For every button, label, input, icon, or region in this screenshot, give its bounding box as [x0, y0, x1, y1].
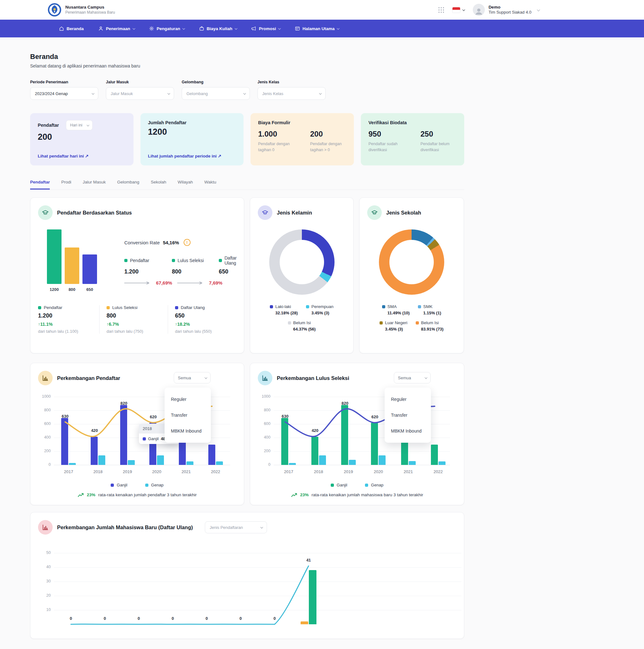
- apps-grid-icon[interactable]: [438, 7, 444, 13]
- legend-dot: [38, 306, 41, 309]
- tab-pendaftar[interactable]: Pendaftar: [30, 180, 50, 189]
- legend-dot: [219, 259, 222, 262]
- user-menu[interactable]: Demo Tim Support Siakad 4.0: [473, 4, 539, 16]
- y-axis-tick: 20: [39, 593, 51, 598]
- summary-change: 11.1%: [38, 322, 99, 327]
- legend-dot: [107, 306, 110, 309]
- menu-item-mbkm-inbound[interactable]: MBKM Inbound: [385, 423, 431, 439]
- legend-dot: [270, 305, 273, 308]
- footer-percent: 23%: [300, 492, 309, 497]
- bar-chart-icon: [258, 371, 272, 385]
- menu-item-mbkm-inbound[interactable]: MBKM Inbound: [165, 423, 211, 439]
- conversion-label: Conversion Rate: [124, 240, 160, 245]
- card-title: Perkembangan Jumlah Mahasiswa Baru (Daft…: [57, 524, 193, 530]
- stat-value: 1200: [148, 127, 236, 137]
- x-axis-tick: 2022: [204, 469, 227, 474]
- chevron-down-icon: [337, 27, 339, 30]
- person-icon: [98, 26, 104, 31]
- tab-waktu[interactable]: Waktu: [204, 180, 216, 189]
- x-axis-tick: 2022: [427, 469, 449, 474]
- lulus-trend-select[interactable]: Semua: [394, 372, 431, 383]
- y-axis-tick: 800: [258, 408, 271, 412]
- jalur-masuk-select[interactable]: Jalur Masuk: [106, 87, 174, 100]
- funnel-label: Pendaftar: [130, 258, 149, 263]
- legend-value: 83.91% (73): [421, 327, 444, 332]
- stat-value: 1.000: [258, 130, 296, 138]
- biaya-left: 1.000 Pendaftar dengan tagihan 0: [258, 130, 296, 153]
- stat-label: Pendaftar dengan tagihan > 0: [310, 141, 348, 153]
- language-selector[interactable]: [452, 7, 465, 13]
- menu-item-reguler[interactable]: Reguler: [385, 391, 431, 407]
- top-bar: Nusantara Campus Penerimaan Mahasiswa Ba…: [0, 0, 644, 19]
- tab-wilayah[interactable]: Wilayah: [177, 180, 193, 189]
- nav-item-promosi[interactable]: Promosi: [251, 26, 280, 31]
- status-mini-labels: 1200800650: [47, 287, 111, 292]
- tab-jalur-masuk[interactable]: Jalur Masuk: [83, 180, 106, 189]
- legend-smk: SMK 1.15% (1): [418, 304, 441, 315]
- pendaftar-period-select[interactable]: Hari ini: [66, 120, 92, 130]
- filter-label: Jalur Masuk: [106, 80, 174, 84]
- lulus-trend-legend: Ganjil Genap: [258, 483, 456, 487]
- brand-title: Nusantara Campus: [65, 5, 115, 10]
- legend-perempuan: Perempuan 3.45% (3): [306, 304, 333, 315]
- lihat-pendaftar-link[interactable]: Lihat pendaftar hari ini: [38, 154, 126, 159]
- info-warning-icon[interactable]: [184, 239, 191, 246]
- legend-label: Genap: [151, 483, 164, 487]
- pendaftar-trend-select[interactable]: Semua: [174, 372, 210, 383]
- x-axis-tick: 2017: [57, 469, 80, 474]
- legend-value: 11.49% (10): [388, 310, 410, 315]
- nav-item-biaya-kuliah[interactable]: Biaya Kuliah: [199, 26, 237, 31]
- select-value: Hari ini: [70, 123, 82, 127]
- funnel-value: 650: [219, 268, 237, 275]
- main-content: Beranda Selamat datang di aplikasi pener…: [30, 37, 464, 639]
- school-donut: [379, 229, 444, 295]
- arrow-right-icon: [177, 282, 204, 285]
- chevron-down-icon: [319, 92, 322, 94]
- y-axis-tick: 30: [39, 579, 51, 583]
- brand-subtitle: Penerimaan Mahasiswa Baru: [65, 10, 115, 15]
- gear-icon: [149, 26, 154, 31]
- dashboard-tabs: Pendaftar Prodi Jalur Masuk Gelombang Se…: [30, 180, 464, 190]
- legend-label: Ganjil: [117, 483, 127, 487]
- summary-change: 18.2%: [175, 322, 236, 327]
- summary-note: dari tahun lalu (750): [107, 329, 168, 334]
- lihat-jumlah-link[interactable]: Lihat jumlah pendaftar periode ini: [148, 154, 236, 159]
- legend-label: Laki-laki: [275, 304, 291, 309]
- menu-item-transfer[interactable]: Transfer: [165, 407, 211, 423]
- summary-label: Pendaftar: [44, 305, 63, 310]
- daftar-ulang-trend-plot: 1020304050000000041: [54, 546, 461, 624]
- menu-item-transfer[interactable]: Transfer: [385, 407, 431, 423]
- lulus-trend-footer: 23% rata-rata kenaikan jumlah mahasiswa …: [258, 492, 456, 497]
- select-placeholder: Jenis Kelas: [262, 91, 283, 96]
- nav-item-halaman-utama[interactable]: Halaman Utama: [295, 26, 339, 31]
- tab-prodi[interactable]: Prodi: [61, 180, 71, 189]
- bar: [82, 255, 97, 284]
- periode-penerimaan-select[interactable]: 2023/2024 Genap: [30, 87, 98, 100]
- tab-gelombang[interactable]: Gelombang: [117, 180, 139, 189]
- x-axis-tick: 2021: [175, 469, 197, 474]
- y-axis-tick: 0: [258, 462, 271, 467]
- school-legend: SMA 11.49% (10) SMK 1.15% (1) Luar Neger…: [367, 304, 456, 332]
- legend-dot: [175, 306, 178, 309]
- tab-sekolah[interactable]: Sekolah: [151, 180, 166, 189]
- stat-card-biaya-formulir: Biaya Formulir 1.000 Pendaftar dengan ta…: [250, 113, 354, 165]
- y-axis-tick: 400: [39, 435, 51, 439]
- gelombang-select[interactable]: Gelombang: [182, 87, 250, 100]
- menu-item-reguler[interactable]: Reguler: [165, 391, 211, 407]
- nav-item-pengaturan[interactable]: Pengaturan: [149, 26, 185, 31]
- nav-item-beranda[interactable]: Beranda: [59, 26, 84, 31]
- user-info: Demo Tim Support Siakad 4.0: [489, 4, 531, 15]
- legend-dot: [306, 305, 309, 308]
- nav-item-penerimaan[interactable]: Penerimaan: [98, 26, 134, 31]
- brand: Nusantara Campus Penerimaan Mahasiswa Ba…: [48, 3, 115, 17]
- footer-text: rata-rata kenaikan jumlah pendaftar 3 ta…: [98, 492, 197, 497]
- chevron-down-icon: [87, 124, 89, 126]
- trend-line: [54, 546, 461, 624]
- status-summary: Pendaftar 1.200 11.1% dari tahun lalu (1…: [38, 305, 236, 334]
- jenis-kelas-select[interactable]: Jenis Kelas: [257, 87, 326, 100]
- funnel-value: 1.200: [124, 268, 172, 275]
- legend-dot: [365, 484, 368, 487]
- bar-label: 650: [82, 287, 97, 292]
- jenis-pendaftaran-select[interactable]: Jenis Pendaftaran: [205, 521, 267, 533]
- y-axis-tick: 0: [39, 462, 51, 467]
